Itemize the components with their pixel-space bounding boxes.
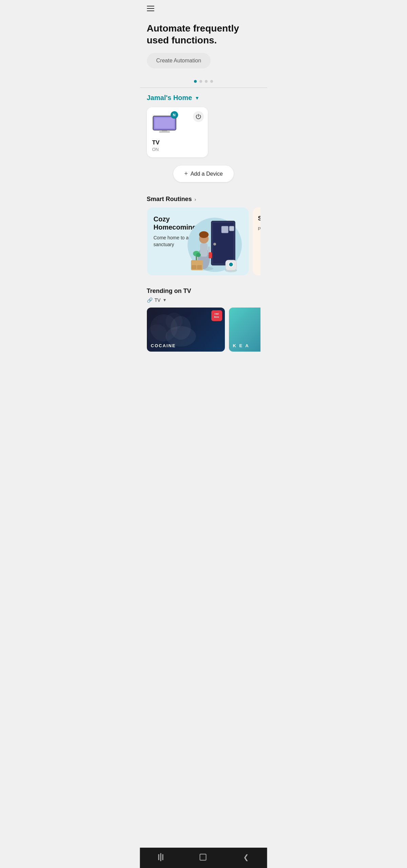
recents-icon xyxy=(158,853,163,861)
routine-card-desc-2: Prep xyxy=(258,226,260,232)
plus-icon: + xyxy=(184,170,188,177)
svg-point-31 xyxy=(196,253,201,257)
top-bar xyxy=(140,0,267,16)
routine-card-cozy-homecoming[interactable]: Cozy Homecoming Come home to a cozy sanc… xyxy=(147,208,249,275)
svg-point-35 xyxy=(229,263,233,266)
movie-card-kea[interactable]: K E A xyxy=(229,308,260,352)
home-icon xyxy=(200,854,207,861)
dot-1[interactable] xyxy=(194,80,197,83)
smart-routines-title: Smart Routines xyxy=(147,196,192,203)
chevron-right-icon: › xyxy=(195,197,196,202)
power-button[interactable] xyxy=(193,111,204,122)
dot-2[interactable] xyxy=(199,80,202,83)
smart-routines-header[interactable]: Smart Routines › xyxy=(147,196,260,203)
svg-rect-12 xyxy=(159,131,170,133)
add-device-label: Add a Device xyxy=(191,171,223,177)
menu-button[interactable] xyxy=(147,6,154,11)
movie-title-kea: K E A xyxy=(233,343,250,348)
add-device-container: + Add a Device xyxy=(147,164,260,190)
home-section: Jamal's Home ▼ N xyxy=(140,88,267,194)
svg-rect-25 xyxy=(209,252,212,258)
back-button[interactable]: ❮ xyxy=(243,854,249,861)
trending-title: Trending on TV xyxy=(147,288,260,295)
svg-point-40 xyxy=(171,316,191,340)
svg-point-38 xyxy=(147,324,167,345)
device-card-tv[interactable]: N TV ON xyxy=(147,107,208,157)
routines-row: Cozy Homecoming Come home to a cozy sanc… xyxy=(147,208,260,277)
device-status: ON xyxy=(152,147,202,152)
homecoming-illustration xyxy=(181,214,249,275)
movie-card-cocaine[interactable]: redbox COCAINE xyxy=(147,308,225,352)
trending-tv-label: TV xyxy=(155,297,161,303)
link-icon: 🔗 xyxy=(147,297,153,303)
dot-4[interactable] xyxy=(210,80,213,83)
svg-point-23 xyxy=(199,231,209,238)
trending-chevron-icon: ▼ xyxy=(162,298,167,302)
bottom-nav: ❮ xyxy=(140,848,267,868)
create-automation-button[interactable]: Create Automation xyxy=(147,53,211,68)
hero-section: Automate frequently used functions. Crea… xyxy=(140,16,267,74)
home-button[interactable] xyxy=(200,854,207,861)
add-device-button[interactable]: + Add a Device xyxy=(173,165,234,182)
svg-point-16 xyxy=(213,243,216,245)
smart-routines-section: Smart Routines › Cozy Homecoming Come ho… xyxy=(140,194,267,282)
device-new-badge: N xyxy=(171,111,178,119)
trending-sub-row[interactable]: 🔗 TV ▼ xyxy=(147,297,260,303)
movie-title-cocaine: COCAINE xyxy=(151,343,176,348)
svg-rect-10 xyxy=(155,118,174,128)
recents-button[interactable] xyxy=(158,853,163,861)
home-title-row[interactable]: Jamal's Home ▼ xyxy=(147,94,260,102)
hero-title: Automate frequently used functions. xyxy=(147,22,260,46)
svg-rect-17 xyxy=(221,226,228,233)
movie-row: redbox COCAINE K E A xyxy=(147,308,260,352)
trending-section: Trending on TV 🔗 TV ▼ redbox xyxy=(140,282,267,356)
chevron-down-icon: ▼ xyxy=(195,95,199,101)
svg-rect-28 xyxy=(197,265,202,269)
home-title-text: Jamal's Home xyxy=(147,94,192,102)
routine-card-title-2: Swe xyxy=(258,215,260,222)
back-icon: ❮ xyxy=(243,854,249,861)
svg-rect-27 xyxy=(192,265,196,269)
device-name: TV xyxy=(152,139,202,146)
svg-rect-21 xyxy=(200,243,208,257)
pagination-dots xyxy=(140,74,267,87)
svg-rect-18 xyxy=(229,226,234,231)
dot-3[interactable] xyxy=(205,80,208,83)
routine-card-sweeping[interactable]: Swe Prep xyxy=(253,208,260,275)
top-bar-right xyxy=(254,5,260,12)
